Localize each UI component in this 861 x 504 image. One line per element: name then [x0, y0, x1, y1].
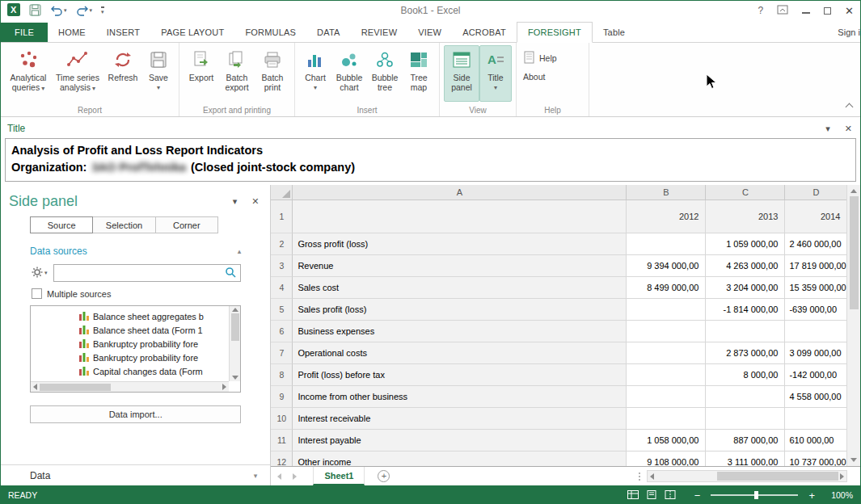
tab-data[interactable]: DATA — [306, 23, 351, 42]
scroll-up-icon[interactable] — [232, 308, 238, 312]
side-panel-toggle-button[interactable]: Side panel — [444, 45, 479, 102]
cell[interactable] — [627, 233, 706, 255]
bubble-tree-button[interactable]: Bubble tree — [367, 45, 403, 102]
help-button[interactable]: Help — [521, 50, 559, 66]
column-header[interactable]: D — [785, 185, 847, 200]
cell[interactable]: 2 460 000,00 — [785, 233, 847, 255]
cell[interactable]: -1 814 000,00 — [706, 299, 785, 321]
export-button[interactable]: Export — [184, 45, 219, 102]
maximize-button[interactable] — [824, 7, 831, 15]
cell[interactable]: Sales profit (loss) — [293, 299, 627, 321]
analytical-queries-button[interactable]: Analytical queries▾ — [5, 45, 52, 102]
tab-formulas[interactable]: FORMULAS — [234, 23, 306, 42]
cell[interactable] — [627, 342, 706, 364]
cell[interactable] — [627, 386, 706, 408]
cell[interactable]: 8 499 000,00 — [627, 277, 706, 299]
batch-print-button[interactable]: Batch print — [255, 45, 290, 102]
save-icon[interactable] — [29, 4, 41, 18]
row-number[interactable]: 4 — [271, 277, 293, 299]
time-series-analysis-button[interactable]: Time series analysis▾ — [52, 45, 103, 102]
column-header[interactable]: B — [627, 185, 706, 200]
zoom-slider[interactable] — [711, 494, 798, 496]
list-item[interactable]: Capital changes data (Form — [37, 364, 227, 378]
chart-button[interactable]: Chart ▾ — [299, 45, 331, 102]
cell[interactable]: Operational costs — [293, 342, 627, 364]
ribbon-display-options-icon[interactable] — [777, 5, 788, 17]
title-pane-collapse-icon[interactable]: ▾ — [825, 124, 830, 134]
row-number[interactable]: 2 — [271, 233, 293, 255]
search-icon[interactable] — [225, 267, 236, 279]
cell[interactable] — [785, 408, 847, 430]
close-button[interactable]: ✕ — [845, 5, 854, 17]
cell[interactable]: 4 263 000,00 — [706, 255, 785, 277]
batch-export-button[interactable]: Batch export — [219, 45, 255, 102]
tab-review[interactable]: REVIEW — [351, 23, 408, 42]
normal-view-icon[interactable] — [627, 490, 639, 501]
cell[interactable]: 2014 — [785, 200, 847, 233]
save-report-button[interactable]: Save ▾ — [142, 45, 175, 102]
cell[interactable]: Profit (loss) before tax — [293, 364, 627, 386]
scrollbar-thumb[interactable] — [231, 313, 239, 341]
sign-in-button[interactable]: Sign in — [829, 23, 861, 42]
cell[interactable]: 3 099 000,00 — [785, 342, 847, 364]
cell[interactable]: 1 058 000,00 — [627, 430, 706, 452]
help-icon[interactable]: ? — [758, 5, 763, 16]
search-input[interactable] — [58, 266, 226, 280]
data-section-header[interactable]: Data ▾ — [1, 464, 270, 485]
tab-corner[interactable]: Corner — [156, 216, 218, 233]
row-number[interactable]: 7 — [271, 342, 293, 364]
scroll-down-icon[interactable] — [232, 376, 238, 380]
cell[interactable]: Interest payable — [293, 430, 627, 452]
scroll-right-icon[interactable] — [840, 473, 844, 480]
about-button[interactable]: About — [521, 71, 559, 82]
cell[interactable]: 3 111 000,00 — [706, 452, 785, 466]
side-panel-collapse-icon[interactable]: ▾ — [233, 196, 238, 207]
list-item[interactable]: Bankruptcy probability fore — [37, 351, 227, 364]
select-all-corner[interactable] — [271, 185, 293, 200]
column-header[interactable]: A — [293, 185, 627, 200]
cell[interactable] — [785, 321, 847, 342]
cell[interactable]: 2 873 000,00 — [706, 342, 785, 364]
cell[interactable]: 8 000,00 — [706, 364, 785, 386]
cell[interactable]: Income from other business — [293, 386, 627, 408]
tab-source[interactable]: Source — [30, 216, 93, 233]
row-number[interactable]: 3 — [271, 255, 293, 277]
data-import-button[interactable]: Data import... — [30, 405, 241, 423]
list-vertical-scrollbar[interactable] — [229, 306, 240, 381]
multiple-sources-checkbox[interactable] — [32, 288, 42, 299]
tab-table[interactable]: Table — [593, 23, 635, 42]
tree-map-button[interactable]: Tree map — [403, 45, 435, 102]
grid-horizontal-scrollbar[interactable] — [647, 470, 847, 482]
scroll-left-icon[interactable] — [33, 384, 37, 390]
cell[interactable]: Revenue — [293, 255, 627, 277]
cell[interactable]: 887 000,00 — [706, 430, 785, 452]
cell[interactable] — [627, 321, 706, 342]
cell[interactable] — [706, 321, 785, 342]
title-pane-close-icon[interactable]: ✕ — [845, 124, 852, 134]
cell[interactable]: Business expenses — [293, 321, 627, 342]
cell[interactable] — [293, 200, 627, 233]
grid-vertical-scrollbar[interactable] — [846, 185, 860, 466]
previous-sheet-icon[interactable] — [277, 473, 281, 480]
row-number[interactable]: 10 — [271, 408, 293, 430]
zoom-level[interactable]: 100% — [825, 490, 853, 500]
list-item[interactable]: Balance sheet data (Form 1 — [37, 323, 227, 337]
tab-foresight[interactable]: FORESIGHT — [517, 22, 593, 43]
bubble-chart-button[interactable]: Bubble chart — [331, 45, 367, 102]
redo-caret-icon[interactable]: ▾ — [90, 7, 93, 14]
page-break-view-icon[interactable] — [665, 490, 676, 501]
customize-quick-access-icon[interactable]: ▾ — [101, 6, 104, 15]
tab-insert[interactable]: INSERT — [96, 23, 150, 42]
cell[interactable]: -142 000,00 — [785, 364, 847, 386]
cell[interactable]: 3 204 000,00 — [706, 277, 785, 299]
tab-home[interactable]: HOME — [48, 23, 96, 42]
cell[interactable]: 610 000,00 — [785, 430, 847, 452]
row-number[interactable]: 9 — [271, 386, 293, 408]
cell[interactable] — [706, 408, 785, 430]
row-number[interactable]: 12 — [271, 452, 293, 466]
tab-file[interactable]: FILE — [1, 23, 48, 42]
redo-button[interactable]: ▾ — [76, 6, 93, 16]
scroll-up-icon[interactable] — [850, 189, 857, 193]
cell[interactable]: 17 819 000,00 — [785, 255, 847, 277]
section-collapse-icon[interactable]: ▾ — [254, 472, 258, 480]
